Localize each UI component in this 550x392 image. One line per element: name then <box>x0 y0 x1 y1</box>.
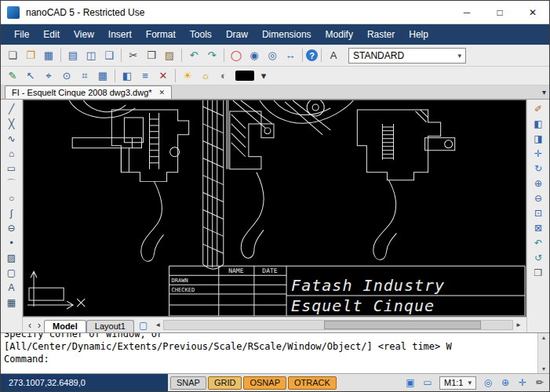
maximize-button[interactable]: □ <box>483 1 516 24</box>
batch-plot-icon[interactable]: ❑ <box>100 48 118 63</box>
rectangle-icon[interactable]: ▭ <box>3 162 20 176</box>
text-style-combo[interactable]: STANDARD ▾ <box>348 48 466 64</box>
menu-item-tools[interactable]: Tools <box>183 25 219 44</box>
select-similar-icon[interactable]: ↖ <box>22 68 39 83</box>
tab-model[interactable]: Model <box>44 320 86 333</box>
region-icon[interactable]: ▢ <box>3 266 20 280</box>
circle-icon[interactable]: ○ <box>3 191 20 205</box>
menu-item-dimensions[interactable]: Dimensions <box>255 25 319 44</box>
tab-layout1[interactable]: Layout1 <box>86 320 134 333</box>
table-icon[interactable]: ▦ <box>3 296 20 310</box>
light-off-icon[interactable]: ☼ <box>197 68 214 83</box>
text-icon[interactable]: A <box>3 281 20 295</box>
hscroll-left-icon[interactable]: ◄ <box>152 321 163 328</box>
ellipse-icon[interactable]: ⊖ <box>3 221 20 235</box>
light-on-icon[interactable]: ☀ <box>179 68 196 83</box>
draw-order-icon[interactable]: ◧ <box>118 68 136 83</box>
zoom-in-mini-icon[interactable]: ⊕ <box>498 376 512 390</box>
polyline-icon[interactable]: ∿ <box>3 132 20 146</box>
zoom-out-icon[interactable]: ⊖ <box>530 191 547 205</box>
redo-icon[interactable]: ↷ <box>203 48 220 63</box>
color-swatch-black[interactable] <box>235 71 254 81</box>
previous-view-icon[interactable]: ↶ <box>530 236 547 250</box>
command-scrollbar[interactable]: ▲ ▼ <box>537 333 549 373</box>
grid-toggle[interactable]: GRID <box>208 376 242 390</box>
pan-mini-icon[interactable]: ✛ <box>515 376 530 390</box>
menu-item-insert[interactable]: Insert <box>101 25 139 44</box>
copy-properties-icon[interactable]: ✎ <box>4 68 21 83</box>
command-history[interactable]: Specify corner of window, or [All/Center… <box>1 333 537 373</box>
horizontal-scrollbar[interactable] <box>163 320 513 330</box>
spline-icon[interactable]: ∫ <box>3 206 20 220</box>
chevron-down-icon[interactable]: ▾ <box>457 52 461 60</box>
osnap-toggle[interactable]: OSNAP <box>243 376 286 390</box>
table-edit-icon[interactable]: ▦ <box>94 68 111 83</box>
polygon-icon[interactable]: ⌂ <box>3 147 20 161</box>
orbit-icon[interactable]: ↻ <box>530 162 547 176</box>
hatch-icon[interactable]: ▨ <box>3 251 20 265</box>
minimize-button[interactable]: ─ <box>450 1 483 24</box>
viewport-icon[interactable]: ▢ <box>139 320 148 331</box>
menu-item-help[interactable]: Help <box>402 25 435 44</box>
menu-item-draw[interactable]: Draw <box>219 25 255 44</box>
scale-select[interactable]: M1:1 ▾ <box>439 376 476 390</box>
color-dropdown-icon[interactable]: ▾ <box>255 68 272 83</box>
tab-list-icon[interactable]: ▾ <box>542 88 546 96</box>
erase-icon[interactable]: ✕ <box>155 68 172 83</box>
grid-snap-icon[interactable]: ⌗ <box>76 68 93 83</box>
half-light-icon[interactable]: ◐ <box>215 68 232 83</box>
menu-item-edit[interactable]: Edit <box>36 25 67 44</box>
menu-item-file[interactable]: File <box>7 25 36 44</box>
quick-measure-icon[interactable]: ⌖ <box>40 68 57 83</box>
undo-icon[interactable]: ↶ <box>185 48 202 63</box>
model-viewport-icon[interactable]: ▣ <box>403 376 417 390</box>
clean-screen-icon[interactable]: ❒ <box>530 266 547 280</box>
menu-item-raster[interactable]: Raster <box>360 25 402 44</box>
paste-icon[interactable]: ▨ <box>161 48 178 63</box>
zoom-extents-icon[interactable]: ◯ <box>228 48 245 63</box>
scroll-down-icon[interactable]: ▼ <box>541 366 547 372</box>
construction-line-icon[interactable]: ╳ <box>3 117 20 131</box>
otrack-toggle[interactable]: OTRACK <box>288 376 337 390</box>
drawing-canvas[interactable]: NAME DATE DRAWN CHECKED Fatash Industry … <box>23 100 526 317</box>
document-tab[interactable]: FI - Esquelt Cinque 2008 dwg3.dwg* ✕ <box>5 85 172 99</box>
zoom-window-icon[interactable]: ◧ <box>530 117 547 131</box>
menu-item-modify[interactable]: Modify <box>319 25 360 44</box>
help-icon[interactable]: ? <box>306 49 318 61</box>
plot-icon[interactable]: ▤ <box>64 48 82 63</box>
menu-item-view[interactable]: View <box>67 25 101 44</box>
pan-icon[interactable]: ↔ <box>282 48 299 63</box>
menu-item-format[interactable]: Format <box>139 25 183 44</box>
command-prompt[interactable]: Command: <box>4 353 534 365</box>
pan-icon[interactable]: ✛ <box>530 147 547 161</box>
zoom-dynamic-icon[interactable]: ◨ <box>530 132 547 146</box>
zoom-in-icon[interactable]: ⊕ <box>530 176 547 191</box>
zoom-extents-icon[interactable]: ⊡ <box>530 206 547 220</box>
chevron-down-icon[interactable]: ▾ <box>468 379 472 387</box>
tab-scroll-left-icon[interactable]: ‹ <box>25 320 35 331</box>
sketch-icon[interactable]: ✐ <box>530 102 547 116</box>
hscroll-thumb[interactable] <box>324 321 481 329</box>
cut-icon[interactable]: ✂ <box>125 48 142 63</box>
tab-scroll-right-icon[interactable]: › <box>35 320 44 331</box>
point-icon[interactable]: • <box>3 236 20 250</box>
zoom-all-icon[interactable]: ⊠ <box>530 221 547 235</box>
line-icon[interactable]: ╱ <box>3 102 20 116</box>
hscroll-right-icon[interactable]: ► <box>513 321 524 328</box>
zoom-window-icon[interactable]: ◉ <box>246 48 263 63</box>
print-preview-icon[interactable]: ◫ <box>82 48 100 63</box>
scroll-up-icon[interactable]: ▲ <box>541 335 547 340</box>
redraw-icon[interactable]: ↺ <box>530 251 547 265</box>
zoom-previous-icon[interactable]: ◎ <box>264 48 281 63</box>
close-button[interactable]: ✕ <box>516 1 549 24</box>
layers-icon[interactable]: ≡ <box>137 68 154 83</box>
arc-icon[interactable]: ⌒ <box>3 176 20 191</box>
zoom-select-icon[interactable]: ◎ <box>481 376 495 390</box>
close-icon[interactable]: ✕ <box>159 89 166 96</box>
new-file-icon[interactable]: ❏ <box>4 48 21 63</box>
circle-ref-icon[interactable]: ⊙ <box>58 68 75 83</box>
save-icon[interactable]: ▦ <box>40 48 57 63</box>
text-style-icon[interactable]: A <box>325 48 342 63</box>
copy-icon[interactable]: ❒ <box>143 48 160 63</box>
open-folder-icon[interactable]: ❐ <box>22 48 39 63</box>
